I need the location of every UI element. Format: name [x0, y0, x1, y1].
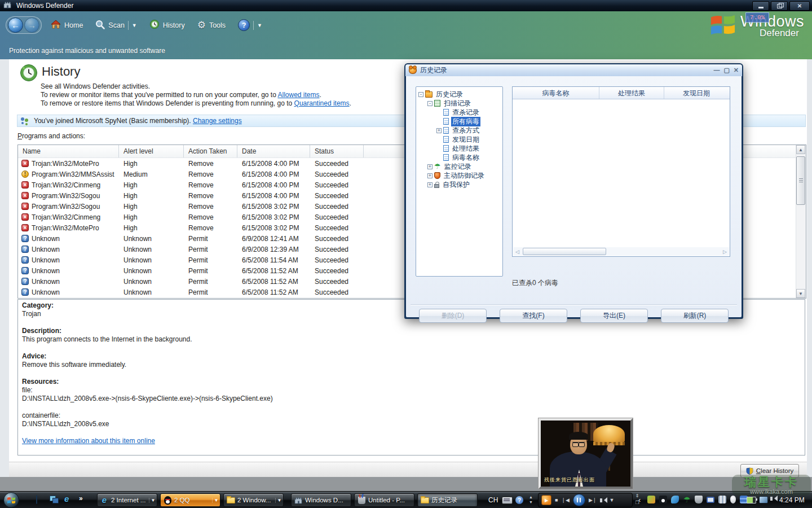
collapse-minus-icon[interactable]: - [418, 92, 423, 97]
column-header[interactable]: Date [237, 145, 310, 157]
column-header[interactable]: Action Taken [184, 145, 237, 157]
cell-date: 6/15/2008 3:02 PM [237, 203, 310, 211]
find-button[interactable]: 查找(F) [500, 309, 567, 323]
show-desktop-icon[interactable] [36, 496, 37, 503]
taskbar-button-6[interactable]: 历史记录 [417, 493, 478, 507]
pause-button[interactable] [573, 494, 585, 506]
expand-plus-icon[interactable]: + [436, 128, 442, 133]
restore-button[interactable] [771, 1, 788, 11]
scan-dropdown-arrow[interactable]: ▼ [132, 23, 137, 28]
vertical-scrollbar[interactable]: ▲ ▼ [796, 145, 806, 298]
tree-item-主动防御记录[interactable]: +主动防御记录 [416, 171, 502, 180]
quarantined-items-link[interactable]: Quarantined items [294, 99, 350, 107]
tree-item-扫描记录[interactable]: -扫描记录 [416, 99, 502, 108]
volume-dropdown-arrow[interactable]: ▼ [609, 498, 614, 503]
export-button[interactable]: 导出(E) [580, 309, 648, 323]
close-button[interactable]: ✕ [789, 1, 810, 11]
wmp-icon[interactable]: ▶ [541, 495, 551, 505]
help-dropdown-arrow[interactable]: ▼ [257, 23, 262, 28]
im-tray-icon[interactable] [647, 496, 655, 503]
tree-item-自我保护[interactable]: +自我保护 [416, 180, 502, 189]
virus-list-column-header[interactable]: 病毒名称 [513, 87, 599, 99]
forward-button[interactable]: → [24, 17, 39, 33]
threat-icon: × [21, 181, 29, 189]
trophy-tray-icon[interactable] [695, 496, 703, 503]
thunder-tray-icon[interactable] [671, 496, 679, 503]
dialog-close-button[interactable]: ✕ [734, 67, 739, 73]
taskbar-button-5[interactable]: Untitled - P... [354, 493, 414, 507]
back-button[interactable]: ← [8, 17, 23, 33]
scroll-down-button[interactable]: ▼ [796, 289, 805, 298]
language-indicator[interactable]: CH [488, 496, 498, 504]
expand-plus-icon[interactable]: + [427, 164, 433, 169]
refresh-button[interactable]: 刷新(R) [661, 309, 729, 323]
taskbar-button-dropdown[interactable]: ▼ [149, 498, 157, 503]
change-settings-link[interactable]: Change settings [193, 117, 242, 125]
scroll-left-button[interactable]: ◁ [513, 247, 522, 256]
tree-item-发现日期[interactable]: -发现日期 [416, 135, 502, 144]
tree-item-查杀方式[interactable]: +查杀方式 [416, 126, 502, 135]
video-window[interactable]: 残後来貨已恩影出面 [539, 418, 633, 489]
monitor-tray-icon[interactable] [707, 497, 714, 503]
more-info-link[interactable]: View more information about this item on… [22, 437, 155, 445]
quicklaunch-overflow-chevron[interactable]: » [79, 494, 83, 502]
tray-help-icon[interactable]: ? [515, 496, 523, 504]
toolbar-expand-arrows[interactable]: ▲▼ [528, 494, 534, 506]
ie-quicklaunch-icon[interactable]: e [64, 495, 69, 503]
toolbar-tools[interactable]: ⚙ Tools [194, 19, 229, 32]
tray-collapse-chevron[interactable]: ‹ [638, 496, 641, 504]
expand-plus-icon[interactable]: + [427, 182, 433, 187]
taskbar-button-dropdown[interactable]: ▼ [275, 498, 283, 503]
taskbar-button-3[interactable]: 2 Window...▼ [223, 493, 284, 507]
clock[interactable]: 4:24 PM [779, 496, 805, 504]
start-button[interactable] [3, 492, 19, 508]
column-header[interactable]: Status [310, 145, 364, 157]
tree-item-所有病毒[interactable]: -所有病毒 [416, 117, 502, 126]
toolbar-history[interactable]: History [146, 17, 188, 33]
allowed-items-link[interactable]: Allowed items [278, 91, 320, 99]
media-player-toolbar: ▶ ■ ❘◀ ▶❘ ▼ [538, 493, 633, 507]
mouse-tray-icon[interactable] [730, 496, 736, 503]
virus-list-column-header[interactable]: 发现日期 [664, 87, 729, 99]
hscrollbar-thumb[interactable] [523, 248, 606, 255]
scroll-up-button[interactable]: ▲ [796, 145, 805, 154]
toolbar-home[interactable]: Home [47, 18, 86, 32]
umbrella-tray-icon[interactable]: ☂ [683, 496, 691, 503]
volume-button[interactable] [600, 498, 602, 502]
next-button[interactable]: ▶❘ [589, 498, 597, 503]
tree-item-监控记录[interactable]: +☂监控记录 [416, 162, 502, 171]
scrollbar-thumb[interactable] [796, 156, 805, 205]
tree-item-处理结果[interactable]: -处理结果 [416, 144, 502, 153]
taskbar-button-1[interactable]: e2 Internet ...▼ [97, 493, 157, 507]
minimize-button[interactable] [752, 1, 769, 11]
cell-name: Program:Win32/MMSAssist [32, 170, 119, 178]
column-header[interactable]: Name [18, 145, 119, 157]
network-icon[interactable] [759, 496, 768, 503]
column-header[interactable]: Alert level [119, 145, 184, 157]
taskbar-button-dropdown[interactable]: ▼ [212, 498, 220, 503]
dialog-minimize-button[interactable]: — [713, 67, 720, 73]
helpgrid-tray-icon[interactable] [718, 496, 726, 503]
qq-tray-icon[interactable] [659, 496, 667, 503]
taskbar-button-2[interactable]: 2 QQ▼ [160, 493, 220, 507]
virus-list-column-header[interactable]: 处理结果 [599, 87, 664, 99]
tray-volume-icon[interactable] [770, 497, 773, 501]
dialog-titlebar[interactable]: 历史记录 — ▢ ✕ [405, 64, 742, 76]
dialog-maximize-button[interactable]: ▢ [723, 67, 729, 73]
scroll-right-button[interactable]: ▷ [721, 247, 729, 256]
clear-history-label: Clear History [756, 467, 793, 474]
tree-item-查杀记录[interactable]: -查杀记录 [416, 108, 502, 117]
expand-plus-icon[interactable]: + [427, 173, 433, 178]
toolbar-help[interactable]: ? ▼ [235, 17, 266, 33]
page-icon [443, 136, 449, 143]
taskbar-button-4[interactable]: Windows D... [291, 493, 351, 507]
horizontal-scrollbar[interactable]: ◁ ▷ [513, 247, 729, 256]
battery-icon[interactable] [747, 497, 756, 503]
stop-button[interactable]: ■ [555, 498, 558, 503]
tree-item-历史记录[interactable]: -历史记录 [416, 90, 502, 99]
keyboard-layout-icon[interactable] [502, 497, 513, 504]
tree-item-病毒名称[interactable]: -病毒名称 [416, 153, 502, 162]
toolbar-scan[interactable]: Scan ▼ [92, 18, 140, 33]
collapse-minus-icon[interactable]: - [427, 101, 433, 106]
previous-button[interactable]: ❘◀ [561, 498, 569, 503]
